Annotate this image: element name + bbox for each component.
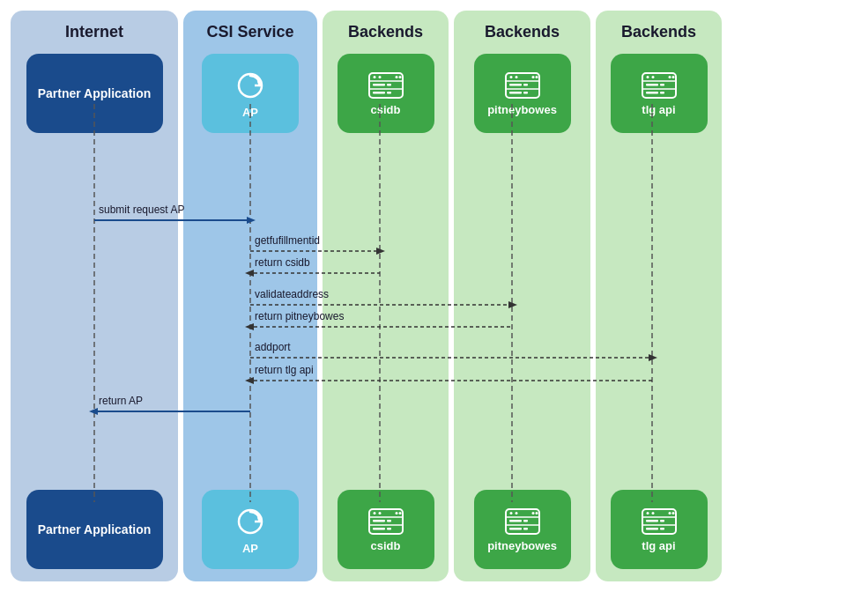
svg-rect-41 bbox=[523, 520, 528, 522]
svg-point-50 bbox=[651, 76, 654, 78]
svg-rect-65 bbox=[660, 528, 664, 530]
partner-app-top: Partner Application bbox=[26, 54, 163, 133]
svg-rect-63 bbox=[660, 520, 664, 522]
column-backends-pitneybowes: Backends pitneybowes bbox=[454, 11, 590, 581]
svg-point-12 bbox=[398, 76, 401, 78]
pitneybowes-bottom-label: pitneybowes bbox=[487, 539, 557, 552]
svg-rect-32 bbox=[523, 92, 528, 94]
svg-point-16 bbox=[373, 512, 375, 514]
svg-point-34 bbox=[535, 76, 538, 78]
svg-rect-31 bbox=[509, 92, 522, 94]
svg-point-33 bbox=[531, 76, 534, 78]
svg-rect-7 bbox=[373, 84, 385, 86]
svg-rect-53 bbox=[646, 92, 658, 94]
ap-bottom: AP bbox=[202, 490, 299, 569]
svg-point-49 bbox=[646, 76, 649, 78]
column-backends1-header: Backends bbox=[348, 23, 423, 41]
partner-app-bottom: Partner Application bbox=[26, 490, 163, 569]
svg-point-55 bbox=[668, 76, 671, 78]
column-backends2-header: Backends bbox=[485, 23, 560, 41]
svg-rect-54 bbox=[660, 92, 664, 94]
partner-app-bottom-label: Partner Application bbox=[38, 522, 152, 536]
svg-point-60 bbox=[646, 512, 649, 514]
pitneybowes-bottom: pitneybowes bbox=[474, 490, 571, 569]
partner-app-top-label: Partner Application bbox=[38, 86, 152, 100]
column-backends-tlgapi: Backends tlg api bbox=[596, 11, 722, 581]
svg-point-22 bbox=[395, 512, 397, 514]
svg-point-5 bbox=[373, 76, 375, 78]
svg-point-67 bbox=[671, 512, 674, 514]
tlgapi-top-label: tlg api bbox=[642, 103, 675, 116]
ap-top-label: AP bbox=[242, 106, 258, 119]
ap-top: AP bbox=[202, 54, 299, 133]
svg-point-11 bbox=[395, 76, 397, 78]
server-icon-csidb-bottom bbox=[367, 507, 404, 536]
svg-point-66 bbox=[668, 512, 671, 514]
svg-rect-42 bbox=[509, 528, 522, 530]
csidb-top-label: csidb bbox=[371, 103, 401, 116]
svg-point-38 bbox=[509, 512, 512, 514]
svg-rect-52 bbox=[660, 84, 664, 86]
tlgapi-bottom: tlg api bbox=[611, 490, 708, 569]
pitneybowes-top: pitneybowes bbox=[474, 54, 571, 133]
pitneybowes-top-label: pitneybowes bbox=[487, 103, 557, 116]
csidb-bottom: csidb bbox=[338, 490, 434, 569]
svg-point-56 bbox=[671, 76, 674, 78]
refresh-icon-bottom bbox=[234, 505, 267, 538]
svg-rect-30 bbox=[523, 84, 528, 86]
server-icon-tlg-top bbox=[641, 71, 678, 100]
refresh-icon-top bbox=[234, 69, 267, 102]
svg-rect-9 bbox=[373, 92, 385, 94]
tlgapi-bottom-label: tlg api bbox=[642, 539, 675, 552]
server-icon-pb-bottom bbox=[504, 507, 541, 536]
svg-rect-10 bbox=[387, 92, 391, 94]
server-icon-csidb-top bbox=[367, 71, 404, 100]
svg-rect-51 bbox=[646, 84, 658, 86]
column-csi-header: CSI Service bbox=[206, 23, 293, 41]
ap-bottom-label: AP bbox=[242, 542, 258, 555]
svg-point-39 bbox=[515, 512, 517, 514]
svg-point-61 bbox=[651, 512, 654, 514]
column-internet-header: Internet bbox=[65, 23, 123, 41]
svg-rect-20 bbox=[373, 528, 385, 530]
svg-rect-18 bbox=[373, 520, 385, 522]
svg-rect-8 bbox=[387, 84, 391, 86]
tlgapi-top: tlg api bbox=[611, 54, 708, 133]
svg-point-44 bbox=[531, 512, 534, 514]
svg-point-17 bbox=[378, 512, 381, 514]
svg-rect-62 bbox=[646, 520, 658, 522]
svg-rect-19 bbox=[387, 520, 391, 522]
svg-rect-43 bbox=[523, 528, 528, 530]
svg-rect-21 bbox=[387, 528, 391, 530]
svg-rect-64 bbox=[646, 528, 658, 530]
svg-point-27 bbox=[509, 76, 512, 78]
column-backends-csidb: Backends csidb bbox=[323, 11, 449, 581]
svg-point-28 bbox=[515, 76, 517, 78]
svg-rect-40 bbox=[509, 520, 522, 522]
svg-point-23 bbox=[398, 512, 401, 514]
server-icon-pb-top bbox=[504, 71, 541, 100]
column-internet: Internet Partner Application Partner App… bbox=[11, 11, 178, 581]
csidb-top: csidb bbox=[338, 54, 434, 133]
column-csi: CSI Service AP AP bbox=[183, 11, 317, 581]
csidb-bottom-label: csidb bbox=[371, 539, 401, 552]
svg-point-45 bbox=[535, 512, 538, 514]
column-backends3-header: Backends bbox=[621, 23, 696, 41]
server-icon-tlg-bottom bbox=[641, 507, 678, 536]
svg-rect-29 bbox=[509, 84, 522, 86]
svg-point-6 bbox=[378, 76, 381, 78]
